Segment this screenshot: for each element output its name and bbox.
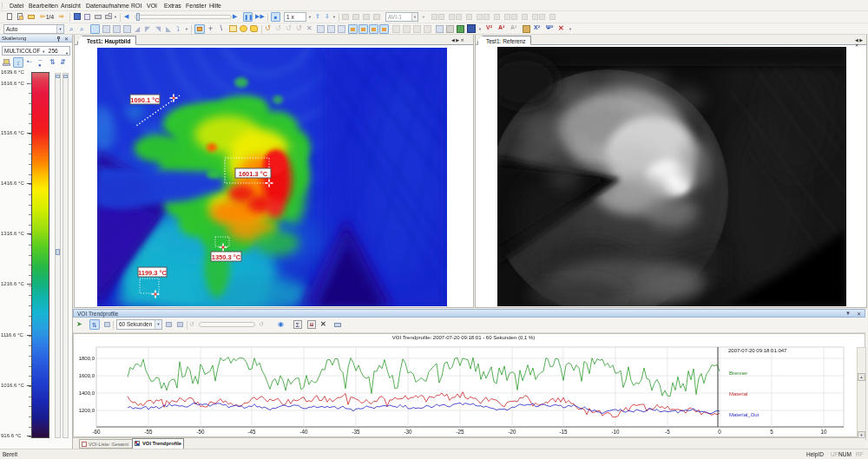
svg-text:1601.3 °C: 1601.3 °C <box>239 170 268 178</box>
svg-text:1090.1 °C: 1090.1 °C <box>130 96 160 104</box>
svg-text:1350.3 °C: 1350.3 °C <box>212 253 241 261</box>
svg-text:1199.3 °C: 1199.3 °C <box>138 269 168 277</box>
